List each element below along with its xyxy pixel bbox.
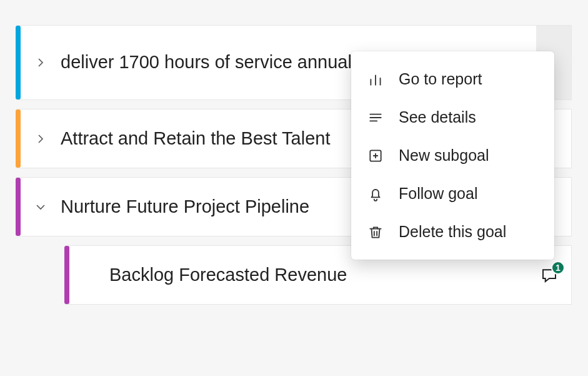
menu-label: See details bbox=[399, 108, 476, 126]
chevron-right-icon[interactable] bbox=[34, 56, 47, 69]
status-color-bar bbox=[16, 109, 21, 168]
chevron-right-icon[interactable] bbox=[34, 133, 47, 145]
plus-square-icon bbox=[367, 148, 384, 164]
goal-title: Backlog Forecasted Revenue bbox=[109, 263, 535, 287]
menu-label: New subgoal bbox=[399, 146, 489, 165]
menu-delete-goal[interactable]: Delete this goal bbox=[351, 213, 554, 251]
list-lines-icon bbox=[367, 109, 384, 126]
menu-label: Follow goal bbox=[399, 185, 477, 203]
goals-list: deliver 1700 hours of service annually (… bbox=[0, 0, 588, 305]
goal-context-menu: Go to report See details New subgoal bbox=[351, 51, 554, 260]
trash-icon bbox=[367, 224, 384, 240]
status-color-bar bbox=[16, 178, 21, 236]
bell-icon bbox=[367, 186, 384, 202]
menu-go-to-report[interactable]: Go to report bbox=[351, 60, 554, 98]
bar-chart-icon bbox=[367, 71, 384, 88]
chevron-down-icon[interactable] bbox=[34, 201, 47, 213]
menu-follow-goal[interactable]: Follow goal bbox=[351, 175, 554, 213]
menu-label: Go to report bbox=[399, 70, 482, 88]
comment-icon[interactable]: 1 bbox=[540, 266, 559, 285]
menu-new-subgoal[interactable]: New subgoal bbox=[351, 136, 554, 175]
status-color-bar bbox=[16, 26, 21, 99]
menu-see-details[interactable]: See details bbox=[351, 98, 554, 136]
status-color-bar bbox=[64, 246, 69, 304]
menu-label: Delete this goal bbox=[399, 223, 506, 241]
comment-count-badge: 1 bbox=[551, 261, 565, 275]
